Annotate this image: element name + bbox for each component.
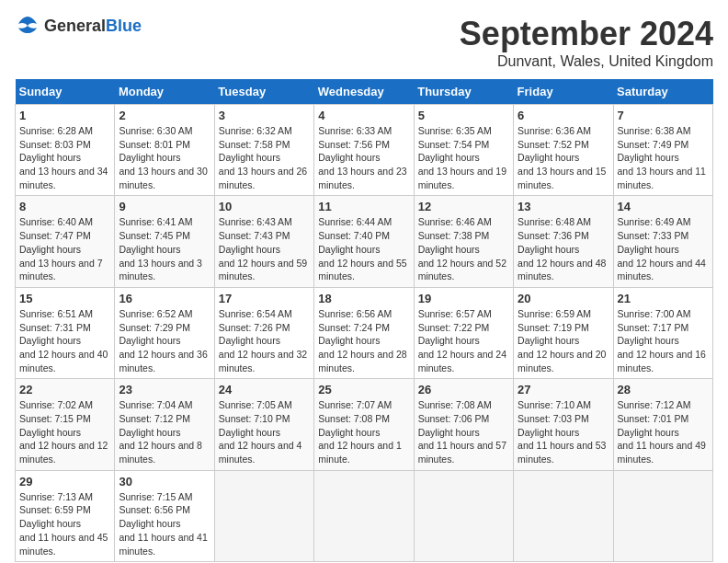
sunrise-label: Sunrise: 7:02 AM xyxy=(19,399,93,410)
daylight-duration: and 13 hours and 30 minutes. xyxy=(119,166,207,190)
weekday-header-sunday: Sunday xyxy=(16,79,115,105)
calendar-cell: 22 Sunrise: 7:02 AM Sunset: 7:15 PM Dayl… xyxy=(16,379,115,470)
calendar-week-row: 29 Sunrise: 7:13 AM Sunset: 6:59 PM Dayl… xyxy=(16,470,713,561)
daylight-label: Daylight hours xyxy=(119,244,180,255)
day-info: Sunrise: 6:38 AM Sunset: 7:49 PM Dayligh… xyxy=(618,124,709,191)
daylight-duration: and 13 hours and 26 minutes. xyxy=(219,166,307,190)
calendar-cell: 2 Sunrise: 6:30 AM Sunset: 8:01 PM Dayli… xyxy=(115,105,214,196)
daylight-label: Daylight hours xyxy=(418,427,480,438)
day-info: Sunrise: 6:49 AM Sunset: 7:33 PM Dayligh… xyxy=(618,215,709,282)
day-number: 20 xyxy=(518,292,609,305)
day-number: 5 xyxy=(418,109,509,122)
daylight-label: Daylight hours xyxy=(119,518,180,529)
sunrise-label: Sunrise: 6:43 AM xyxy=(219,216,292,227)
sunrise-label: Sunrise: 6:40 AM xyxy=(19,216,93,227)
sunrise-label: Sunrise: 6:57 AM xyxy=(418,308,492,319)
day-number: 4 xyxy=(318,109,409,122)
daylight-duration: and 11 hours and 45 minutes. xyxy=(19,532,108,557)
daylight-label: Daylight hours xyxy=(618,152,679,163)
day-info: Sunrise: 6:40 AM Sunset: 7:47 PM Dayligh… xyxy=(19,215,110,282)
day-number: 14 xyxy=(618,200,709,213)
day-info: Sunrise: 7:08 AM Sunset: 7:06 PM Dayligh… xyxy=(418,398,509,465)
sunrise-label: Sunrise: 7:00 AM xyxy=(618,308,691,319)
sunset-label: Sunset: 7:26 PM xyxy=(219,322,290,333)
daylight-label: Daylight hours xyxy=(19,427,81,438)
sunset-label: Sunset: 7:15 PM xyxy=(19,413,91,424)
calendar-cell: 19 Sunrise: 6:57 AM Sunset: 7:22 PM Dayl… xyxy=(414,287,513,378)
sunset-label: Sunset: 7:47 PM xyxy=(19,230,91,241)
daylight-label: Daylight hours xyxy=(518,427,579,438)
sunset-label: Sunset: 7:56 PM xyxy=(318,139,390,150)
day-number: 10 xyxy=(219,200,310,213)
sunrise-label: Sunrise: 6:28 AM xyxy=(19,125,93,136)
daylight-label: Daylight hours xyxy=(418,152,480,163)
calendar-week-row: 1 Sunrise: 6:28 AM Sunset: 8:03 PM Dayli… xyxy=(16,105,713,196)
day-info: Sunrise: 7:02 AM Sunset: 7:15 PM Dayligh… xyxy=(19,398,110,465)
sunset-label: Sunset: 7:03 PM xyxy=(518,413,589,424)
day-number: 19 xyxy=(418,292,509,305)
sunset-label: Sunset: 7:10 PM xyxy=(219,413,290,424)
daylight-duration: and 13 hours and 15 minutes. xyxy=(518,166,606,190)
day-info: Sunrise: 6:43 AM Sunset: 7:43 PM Dayligh… xyxy=(219,215,310,282)
calendar-week-row: 22 Sunrise: 7:02 AM Sunset: 7:15 PM Dayl… xyxy=(16,379,713,470)
daylight-duration: and 13 hours and 19 minutes. xyxy=(418,166,506,190)
weekday-header-thursday: Thursday xyxy=(414,79,513,105)
daylight-label: Daylight hours xyxy=(19,152,81,163)
daylight-duration: and 12 hours and 8 minutes. xyxy=(119,440,202,465)
daylight-duration: and 12 hours and 55 minutes. xyxy=(318,258,406,282)
calendar-cell: 3 Sunrise: 6:32 AM Sunset: 7:58 PM Dayli… xyxy=(214,105,313,196)
day-info: Sunrise: 6:56 AM Sunset: 7:24 PM Dayligh… xyxy=(318,307,409,374)
sunrise-label: Sunrise: 6:44 AM xyxy=(318,216,392,227)
day-info: Sunrise: 6:52 AM Sunset: 7:29 PM Dayligh… xyxy=(119,307,210,374)
sunset-label: Sunset: 7:01 PM xyxy=(618,413,689,424)
day-info: Sunrise: 6:28 AM Sunset: 8:03 PM Dayligh… xyxy=(19,124,110,191)
calendar-cell: 7 Sunrise: 6:38 AM Sunset: 7:49 PM Dayli… xyxy=(613,105,712,196)
daylight-duration: and 12 hours and 48 minutes. xyxy=(518,258,606,282)
sunset-label: Sunset: 7:19 PM xyxy=(518,322,589,333)
day-number: 23 xyxy=(119,383,210,396)
daylight-duration: and 12 hours and 36 minutes. xyxy=(119,349,207,373)
day-info: Sunrise: 6:46 AM Sunset: 7:38 PM Dayligh… xyxy=(418,215,509,282)
month-title: September 2024 xyxy=(460,15,713,53)
daylight-label: Daylight hours xyxy=(119,335,180,346)
day-info: Sunrise: 7:15 AM Sunset: 6:56 PM Dayligh… xyxy=(119,490,210,557)
sunset-label: Sunset: 7:52 PM xyxy=(518,139,589,150)
daylight-label: Daylight hours xyxy=(618,244,679,255)
sunset-label: Sunset: 6:56 PM xyxy=(119,504,190,515)
day-number: 30 xyxy=(119,475,210,488)
daylight-duration: and 11 hours and 49 minutes. xyxy=(618,440,706,465)
calendar-week-row: 8 Sunrise: 6:40 AM Sunset: 7:47 PM Dayli… xyxy=(16,196,713,287)
daylight-duration: and 13 hours and 23 minutes. xyxy=(318,166,406,190)
sunset-label: Sunset: 7:08 PM xyxy=(318,413,390,424)
daylight-label: Daylight hours xyxy=(518,152,579,163)
day-number: 9 xyxy=(119,200,210,213)
daylight-label: Daylight hours xyxy=(219,427,280,438)
calendar-cell: 30 Sunrise: 7:15 AM Sunset: 6:56 PM Dayl… xyxy=(115,470,214,561)
calendar-cell: 4 Sunrise: 6:33 AM Sunset: 7:56 PM Dayli… xyxy=(314,105,414,196)
sunrise-label: Sunrise: 6:46 AM xyxy=(418,216,492,227)
calendar-cell xyxy=(214,470,313,561)
calendar-table: SundayMondayTuesdayWednesdayThursdayFrid… xyxy=(15,79,713,562)
sunrise-label: Sunrise: 6:56 AM xyxy=(318,308,392,319)
sunset-label: Sunset: 7:06 PM xyxy=(418,413,490,424)
calendar-cell: 27 Sunrise: 7:10 AM Sunset: 7:03 PM Dayl… xyxy=(514,379,613,470)
daylight-label: Daylight hours xyxy=(219,244,280,255)
day-info: Sunrise: 7:00 AM Sunset: 7:17 PM Dayligh… xyxy=(618,307,709,374)
sunrise-label: Sunrise: 6:54 AM xyxy=(219,308,292,319)
daylight-duration: and 11 hours and 41 minutes. xyxy=(119,532,207,557)
sunset-label: Sunset: 7:12 PM xyxy=(119,413,190,424)
calendar-cell: 14 Sunrise: 6:49 AM Sunset: 7:33 PM Dayl… xyxy=(613,196,712,287)
daylight-duration: and 12 hours and 52 minutes. xyxy=(418,258,506,282)
sunset-label: Sunset: 7:54 PM xyxy=(418,139,490,150)
daylight-duration: and 12 hours and 44 minutes. xyxy=(618,258,706,282)
calendar-cell: 18 Sunrise: 6:56 AM Sunset: 7:24 PM Dayl… xyxy=(314,287,414,378)
day-number: 2 xyxy=(119,109,210,122)
calendar-cell: 21 Sunrise: 7:00 AM Sunset: 7:17 PM Dayl… xyxy=(613,287,712,378)
day-number: 6 xyxy=(518,109,609,122)
daylight-duration: and 13 hours and 11 minutes. xyxy=(618,166,706,190)
daylight-label: Daylight hours xyxy=(618,335,679,346)
day-info: Sunrise: 7:05 AM Sunset: 7:10 PM Dayligh… xyxy=(219,398,310,465)
day-number: 15 xyxy=(19,292,110,305)
calendar-cell: 28 Sunrise: 7:12 AM Sunset: 7:01 PM Dayl… xyxy=(613,379,712,470)
day-info: Sunrise: 6:48 AM Sunset: 7:36 PM Dayligh… xyxy=(518,215,609,282)
